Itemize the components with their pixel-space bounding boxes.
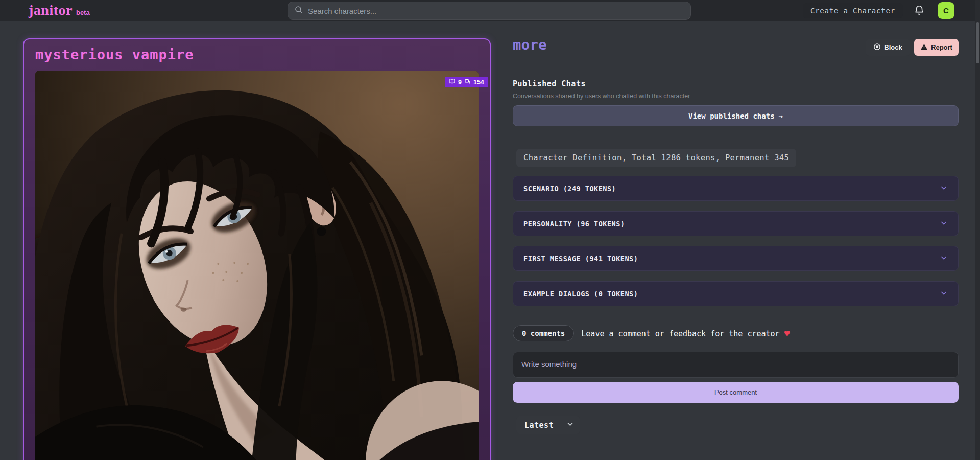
view-chats-label: View published chats — [688, 112, 775, 120]
character-image — [35, 71, 479, 460]
character-portrait-art — [35, 71, 479, 460]
chevron-down-icon — [940, 254, 948, 263]
view-published-chats-button[interactable]: View published chats → — [513, 105, 959, 126]
character-definition-summary: Character Definition, Total 1286 tokens,… — [516, 149, 796, 167]
chevron-down-icon — [940, 219, 948, 228]
accordion-personality[interactable]: PERSONALITY (96 TOKENS) — [513, 211, 959, 236]
published-chats-title: Published Chats — [513, 79, 586, 88]
report-button[interactable]: Report — [914, 39, 959, 56]
published-chats-subtitle: Conversations shared by users who chatte… — [513, 93, 690, 100]
search-input[interactable] — [308, 7, 684, 15]
create-character-button[interactable]: Create a Character — [803, 3, 903, 18]
comments-header: 0 comments Leave a comment or feedback f… — [513, 325, 790, 341]
sort-dropdown[interactable]: Latest — [516, 416, 580, 434]
post-comment-button[interactable]: Post comment — [513, 382, 959, 403]
search-icon — [294, 5, 303, 16]
logo[interactable]: janitor beta — [29, 2, 90, 18]
divider — [560, 420, 560, 430]
top-nav: janitor beta Create a Character C — [0, 0, 980, 21]
beta-badge: beta — [76, 9, 90, 16]
arrow-right-icon: → — [779, 112, 783, 120]
accordion-label: EXAMPLE DIALOGS (0 TOKENS) — [523, 290, 638, 298]
block-icon — [873, 43, 881, 52]
details-panel: more Block Report Published Chats Conver… — [513, 0, 959, 460]
heart-icon: ♥ — [784, 328, 790, 339]
character-card: mysterious vampire — [23, 38, 491, 460]
accordion-label: SCENARIO (249 TOKENS) — [523, 185, 616, 193]
block-button[interactable]: Block — [866, 39, 910, 56]
warning-icon — [920, 43, 928, 52]
sort-label: Latest — [524, 421, 554, 430]
logo-text: janitor — [29, 2, 73, 18]
chevron-down-icon — [566, 420, 574, 430]
character-stats-badge: 9 154 — [445, 77, 488, 87]
book-count: 9 — [458, 79, 462, 86]
user-avatar[interactable]: C — [938, 2, 954, 19]
accordion-example-dialogs[interactable]: EXAMPLE DIALOGS (0 TOKENS) — [513, 281, 959, 306]
character-name: mysterious vampire — [24, 39, 490, 65]
comment-input[interactable] — [513, 352, 959, 378]
scrollbar-thumb[interactable] — [976, 22, 979, 63]
notifications-bell-icon[interactable] — [914, 5, 926, 17]
page-title: more — [513, 37, 547, 53]
chevron-down-icon — [940, 183, 948, 193]
accordion-scenario[interactable]: SCENARIO (249 TOKENS) — [513, 176, 959, 201]
block-label: Block — [884, 43, 902, 51]
search-bar[interactable] — [288, 2, 691, 20]
accordion-label: FIRST MESSAGE (941 TOKENS) — [523, 255, 638, 263]
comments-count-badge[interactable]: 0 comments — [513, 325, 574, 341]
book-icon — [449, 78, 456, 86]
accordion-label: PERSONALITY (96 TOKENS) — [523, 220, 625, 228]
chats-icon — [464, 78, 471, 86]
chevron-down-icon — [940, 289, 948, 298]
accordion-first-message[interactable]: FIRST MESSAGE (941 TOKENS) — [513, 246, 959, 271]
comments-prompt: Leave a comment or feedback for the crea… — [581, 328, 790, 339]
chat-count: 154 — [473, 79, 484, 86]
report-label: Report — [931, 43, 952, 51]
scrollbar-track[interactable] — [975, 0, 980, 460]
